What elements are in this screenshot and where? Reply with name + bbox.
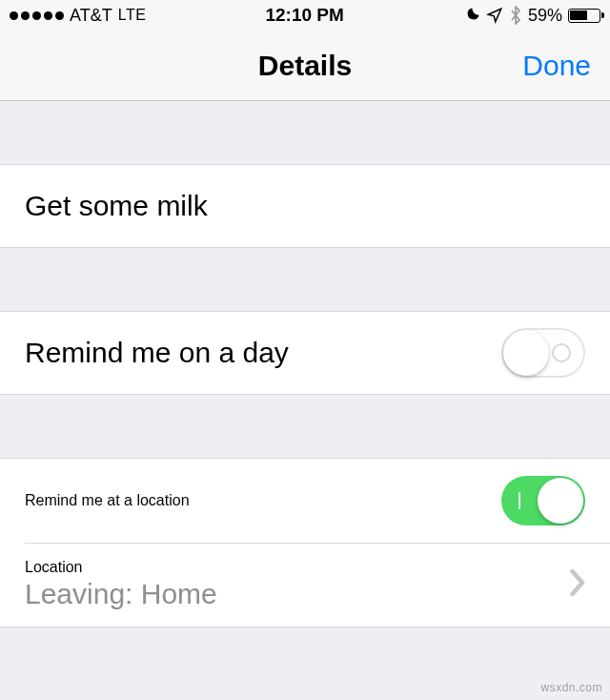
remind-day-label: Remind me on a day [25,337,289,369]
location-row-label: Location [25,559,217,576]
reminder-title-text: Get some milk [25,190,208,222]
status-bar: AT&T LTE 12:10 PM 59% [0,0,610,31]
do-not-disturb-icon [463,7,480,24]
done-button[interactable]: Done [522,50,591,82]
toggle-knob [503,330,549,376]
clock-label: 12:10 PM [265,5,343,26]
section-gap [0,101,610,164]
toggle-knob [538,478,583,524]
watermark-label: wsxdn.com [540,681,602,694]
carrier-label: AT&T [70,6,112,26]
location-detail-cell[interactable]: Location Leaving: Home [0,543,610,627]
network-label: LTE [118,7,147,24]
section-gap [0,395,610,458]
chevron-right-icon [568,568,585,601]
location-group: Remind me at a location Location Leaving… [0,458,610,628]
remind-day-cell: Remind me on a day [0,311,610,395]
page-title: Details [258,50,352,82]
status-left: AT&T LTE [10,6,146,26]
remind-day-toggle[interactable] [501,328,585,378]
battery-percent-label: 59% [528,6,562,26]
navigation-bar: Details Done [0,31,610,101]
section-gap [0,248,610,311]
reminder-title-cell[interactable]: Get some milk [0,164,610,248]
remind-location-toggle[interactable] [501,476,585,525]
battery-fill [570,10,586,20]
location-arrow-icon [486,7,503,24]
battery-icon [568,9,600,23]
signal-strength-icon [10,11,64,20]
location-row-sublabel: Leaving: Home [25,578,217,610]
bluetooth-icon [509,6,522,25]
status-right: 59% [463,6,600,26]
remind-location-label: Remind me at a location [25,492,190,509]
remind-location-cell: Remind me at a location [0,459,610,543]
